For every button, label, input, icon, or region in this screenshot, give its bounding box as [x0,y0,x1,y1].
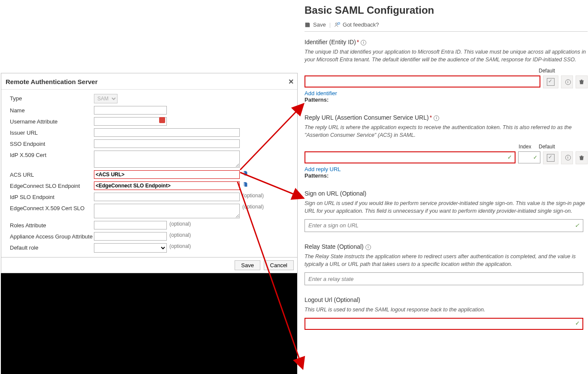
issuer-label: Issuer URL [10,128,94,136]
patterns-label: Patterns: [305,97,588,103]
name-input[interactable] [94,106,167,115]
delete-button[interactable] [576,151,588,164]
idp-cert-input[interactable] [94,151,240,168]
save-button[interactable]: Save [235,260,260,270]
optional-text: (optional) [242,193,264,199]
acs-label: ACS URL [10,170,94,178]
type-label: Type [10,94,94,102]
roles-label: Roles Attribute [10,221,94,229]
signon-url-description: Sign on URL is used if you would like to… [305,199,588,215]
issuer-input[interactable] [94,128,240,137]
close-icon[interactable]: ✕ [288,78,294,86]
ec-cert-slo-label: EdgeConnect X.509 Cert SLO [10,204,94,211]
default-checkbox[interactable] [547,154,555,162]
save-icon [305,22,311,28]
info-icon[interactable]: i [565,79,571,85]
default-role-label: Default role [10,243,94,251]
acs-input[interactable] [94,170,240,179]
delete-button[interactable] [576,75,588,88]
feedback-link[interactable]: Got feedback? [334,21,379,28]
identifier-label: Identifier (Entity ID)*i [305,39,588,45]
copy-icon[interactable] [242,170,248,176]
logout-url-input[interactable] [305,318,583,330]
optional-text: (optional) [242,204,264,210]
required-marker-icon [159,117,165,123]
cancel-button[interactable]: Cancel [264,260,294,270]
signon-url-input[interactable]: Enter a sign on URL [305,219,583,232]
add-identifier-link[interactable]: Add identifier [305,90,588,97]
default-column-header: Default [539,144,554,150]
ec-cert-slo-input[interactable] [94,204,240,218]
relay-state-input[interactable]: Enter a relay state [305,272,583,285]
appliance-label: Appliance Access Group Attribute [10,232,94,240]
default-checkbox[interactable] [547,78,555,86]
relay-state-description: The Relay State instructs the applicatio… [305,253,588,268]
info-icon[interactable]: i [365,244,371,250]
logout-url-description: This URL is used to send the SAML logout… [305,306,588,314]
info-icon[interactable]: i [434,115,439,121]
idp-slo-label: IdP SLO Endpoint [10,193,94,200]
dialog-title: Remote Authentication Server [6,78,98,85]
remote-auth-dialog: Remote Authentication Server ✕ Type SAML… [1,73,298,273]
relay-state-label: Relay State (Optional)i [305,243,588,250]
idp-cert-label: IdP X.509 Cert [10,151,94,158]
save-button[interactable]: Save [305,21,326,28]
username-attr-label: Username Attribute [10,117,94,125]
identifier-description: The unique ID that identifies your appli… [305,48,588,63]
add-reply-url-link[interactable]: Add reply URL [305,166,588,172]
reply-url-description: The reply URL is where the application e… [305,124,588,139]
sso-label: SSO Endpoint [10,139,94,147]
person-feedback-icon [334,22,340,28]
svg-point-0 [335,23,337,24]
signon-url-label: Sign on URL (Optional) [305,190,588,197]
index-column-header: Index [514,144,536,150]
username-attr-input[interactable] [94,117,167,126]
optional-text: (optional) [169,243,191,249]
info-icon[interactable]: i [361,40,366,45]
default-column-header: Default [539,68,554,74]
index-input[interactable] [518,151,540,163]
sso-input[interactable] [94,139,240,148]
info-icon[interactable]: i [565,155,571,160]
identifier-input[interactable] [305,75,540,87]
logout-url-label: Logout Url (Optional) [305,296,588,303]
default-role-select[interactable] [94,243,167,253]
appliance-input[interactable] [94,232,167,241]
optional-text: (optional) [169,221,191,227]
type-select: SAML [94,94,118,103]
saml-config-panel: Basic SAML Configuration Save | Got feed… [305,0,588,333]
idp-slo-input[interactable] [94,193,240,201]
reply-url-input[interactable] [305,151,516,163]
reply-url-label: Reply URL (Assertion Consumer Service UR… [305,114,588,121]
ec-slo-label: EdgeConnect SLO Endpoint [10,181,94,189]
ec-slo-input[interactable] [94,181,240,190]
copy-icon[interactable] [242,181,248,187]
name-label: Name [10,106,94,114]
black-area [1,273,297,374]
panel-title: Basic SAML Configuration [305,4,588,16]
roles-input[interactable] [94,221,167,229]
optional-text: (optional) [169,232,191,238]
patterns-label: Patterns: [305,172,588,179]
